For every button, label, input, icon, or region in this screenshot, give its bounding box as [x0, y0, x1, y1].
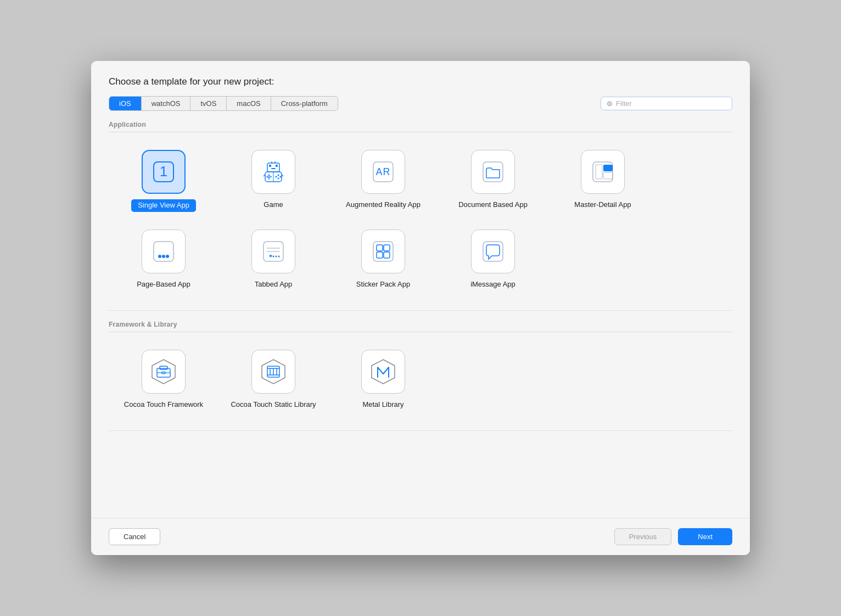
next-button[interactable]: Next [678, 528, 732, 545]
template-sticker-pack-app[interactable]: Sticker Pack App [328, 222, 438, 300]
svg-point-31 [166, 255, 169, 258]
metal-library-label: Metal Library [360, 399, 406, 411]
tabs-bar: iOS watchOS tvOS macOS Cross-platform ⊜ [91, 96, 750, 111]
page-based-app-icon-wrap [142, 229, 186, 273]
section-framework-library-header: Framework & Library [109, 321, 732, 332]
tab-ios[interactable]: iOS [109, 97, 142, 110]
cocoa-touch-static-library-icon [258, 356, 289, 387]
section-application-header: Application [109, 121, 732, 132]
template-master-detail-app[interactable]: Master-Detail App [548, 142, 658, 222]
template-cocoa-touch-static-library[interactable]: Cocoa Touch Static Library [218, 342, 328, 421]
template-document-based-app[interactable]: Document Based App [438, 142, 548, 222]
filter-input[interactable] [616, 99, 726, 108]
tabbed-app-icon: ★ [259, 237, 288, 266]
svg-rect-2 [267, 163, 279, 172]
game-label: Game [261, 199, 285, 211]
game-icon [259, 158, 288, 186]
svg-point-29 [158, 255, 161, 258]
framework-library-grid: Cocoa Touch Framework [109, 332, 732, 431]
section-framework-library: Framework & Library [109, 321, 732, 431]
document-based-app-label: Document Based App [456, 199, 530, 211]
cocoa-touch-framework-icon [148, 356, 179, 387]
svg-rect-39 [373, 242, 393, 261]
master-detail-app-icon [588, 158, 617, 186]
template-tabbed-app[interactable]: ★ Tabbed App [218, 222, 328, 300]
footer-right: Previous Next [614, 528, 732, 545]
svg-rect-43 [384, 252, 390, 258]
sticker-pack-app-icon [369, 237, 397, 266]
sticker-pack-app-icon-wrap [361, 229, 405, 273]
template-ar-app[interactable]: AR Augmented Reality App [328, 142, 438, 222]
imessage-app-icon [479, 237, 507, 266]
svg-point-16 [276, 176, 277, 178]
svg-rect-26 [603, 165, 613, 171]
svg-rect-42 [377, 252, 383, 258]
document-based-app-icon [479, 158, 507, 186]
tab-crossplatform[interactable]: Cross-platform [271, 97, 338, 110]
platform-tab-group: iOS watchOS tvOS macOS Cross-platform [109, 96, 338, 111]
svg-point-14 [280, 176, 282, 178]
cocoa-touch-static-library-icon-wrap [251, 350, 295, 394]
svg-rect-3 [269, 165, 271, 167]
svg-rect-40 [377, 245, 383, 251]
svg-point-37 [276, 255, 277, 257]
template-single-view-app[interactable]: 1 Single View App [109, 142, 218, 222]
tab-tvos[interactable]: tvOS [190, 97, 227, 110]
master-detail-app-icon-wrap [581, 150, 625, 194]
template-page-based-app[interactable]: Page-Based App [109, 222, 218, 300]
svg-rect-27 [603, 172, 613, 179]
ar-app-label: Augmented Reality App [344, 199, 423, 211]
sticker-pack-app-label: Sticker Pack App [354, 279, 412, 290]
svg-point-15 [278, 178, 279, 180]
master-detail-app-label: Master-Detail App [572, 199, 633, 211]
cocoa-touch-static-library-label: Cocoa Touch Static Library [228, 399, 318, 411]
tab-watchos[interactable]: watchOS [142, 97, 191, 110]
filter-wrap: ⊜ [601, 97, 732, 110]
svg-point-36 [273, 255, 274, 257]
svg-point-8 [268, 176, 270, 178]
cocoa-touch-framework-label: Cocoa Touch Framework [122, 399, 205, 411]
application-grid: 1 Single View App [109, 132, 732, 311]
imessage-app-icon-wrap [471, 229, 515, 273]
svg-rect-5 [271, 168, 276, 169]
svg-rect-25 [596, 165, 602, 179]
document-based-app-icon-wrap [471, 150, 515, 194]
svg-text:★: ★ [268, 253, 273, 259]
svg-rect-28 [154, 242, 173, 261]
filter-icon: ⊜ [607, 99, 613, 108]
single-view-app-icon-wrap: 1 [142, 150, 186, 194]
dialog-footer: Cancel Previous Next [91, 518, 750, 555]
svg-rect-41 [384, 245, 390, 251]
svg-point-30 [162, 255, 165, 258]
template-dialog: Choose a template for your new project: … [91, 61, 750, 555]
svg-rect-47 [160, 366, 167, 369]
template-game[interactable]: Game [218, 142, 328, 222]
dialog-title: Choose a template for your new project: [109, 76, 274, 87]
svg-point-13 [278, 175, 279, 176]
template-imessage-app[interactable]: iMessage App [438, 222, 548, 300]
tabbed-app-label: Tabbed App [253, 279, 295, 290]
tabbed-app-icon-wrap: ★ [251, 229, 295, 273]
svg-point-38 [278, 255, 280, 257]
cocoa-touch-framework-icon-wrap [142, 350, 186, 394]
page-based-app-icon [149, 237, 178, 266]
svg-text:1: 1 [160, 163, 167, 180]
tab-macos[interactable]: macOS [227, 97, 271, 110]
template-cocoa-touch-framework[interactable]: Cocoa Touch Framework [109, 342, 218, 421]
cancel-button[interactable]: Cancel [109, 528, 160, 545]
previous-button[interactable]: Previous [614, 528, 672, 545]
section-application: Application 1 Single View App [109, 121, 732, 311]
game-icon-wrap [251, 150, 295, 194]
single-view-app-icon: 1 [150, 159, 177, 185]
page-based-app-label: Page-Based App [134, 279, 193, 290]
single-view-app-label: Single View App [131, 199, 196, 212]
svg-marker-57 [372, 360, 395, 384]
metal-library-icon [368, 356, 399, 387]
svg-rect-4 [276, 165, 278, 167]
imessage-app-label: iMessage App [468, 279, 518, 290]
svg-text:AR: AR [375, 166, 390, 177]
dialog-header: Choose a template for your new project: [91, 61, 750, 96]
template-metal-library[interactable]: Metal Library [328, 342, 438, 421]
content-area: Application 1 Single View App [91, 111, 750, 518]
ar-app-icon: AR [369, 158, 397, 186]
